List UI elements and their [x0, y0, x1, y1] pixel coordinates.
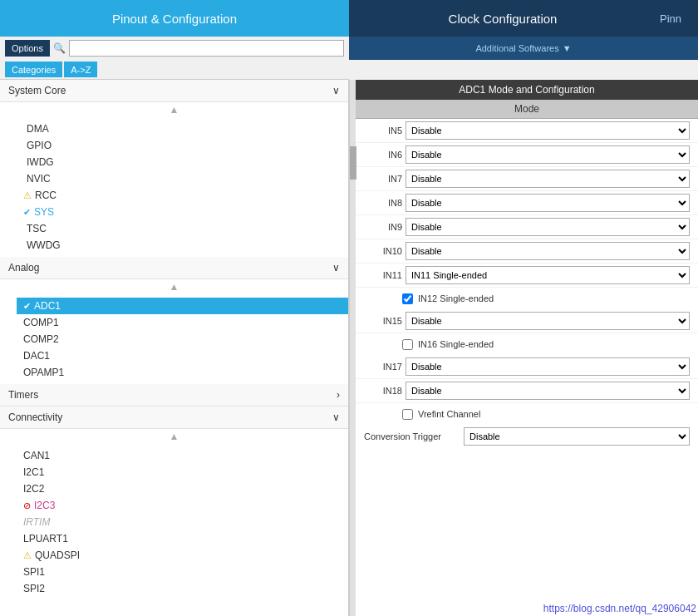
in17-select[interactable]: Disable [406, 357, 690, 376]
list-item[interactable]: ✔SYS [17, 204, 348, 220]
in16-row: IN16 Single-ended [356, 333, 698, 355]
conversion-trigger-select[interactable]: Disable [464, 427, 690, 446]
spi1-label: SPI1 [23, 566, 45, 578]
scrollbar[interactable] [349, 80, 356, 616]
in10-row: IN10 Disable [356, 239, 698, 264]
list-item[interactable]: I2C2 [17, 480, 348, 497]
system-core-section-header[interactable]: System Core ∨ [0, 80, 348, 102]
i2c2-label: I2C2 [23, 483, 44, 495]
lpuart1-label: LPUART1 [23, 533, 68, 545]
list-item[interactable]: TSC [17, 220, 348, 237]
categories-button[interactable]: Categories [5, 62, 62, 77]
spi2-label: SPI2 [23, 583, 45, 594]
list-item[interactable]: IRTIM [17, 514, 348, 530]
in11-select[interactable]: IN11 Single-ended Disable [406, 266, 690, 284]
right-panel: ADC1 Mode and Configuration Mode IN5 Dis… [356, 80, 698, 616]
watermark: https://blog.csdn.net/qq_42906042 [543, 603, 696, 614]
adc1-check-icon: ✔ [23, 301, 31, 312]
additional-softwares-label: Additional Softwares [475, 43, 558, 53]
comp1-label: COMP1 [23, 317, 59, 328]
in10-select[interactable]: Disable [406, 242, 690, 260]
quadspi-warning-icon: ⚠ [23, 550, 32, 561]
search-input[interactable] [69, 40, 344, 57]
in15-select[interactable]: Disable [406, 312, 690, 330]
list-item[interactable]: COMP2 [17, 331, 348, 347]
connectivity-section-header[interactable]: Connectivity ∨ [0, 407, 348, 429]
vrefint-row: Vrefint Channel [356, 403, 698, 425]
chevron-down-icon: ∨ [332, 262, 340, 274]
options-button[interactable]: Options [5, 40, 50, 57]
scroll-up-arrow2[interactable]: ▲ [0, 279, 348, 294]
scroll-up-arrow[interactable]: ▲ [0, 102, 348, 117]
conversion-trigger-label: Conversion Trigger [364, 431, 464, 441]
in7-row: IN7 Disable [356, 167, 698, 191]
clock-config-header[interactable]: Clock Configuration [349, 0, 656, 37]
analog-section-header[interactable]: Analog ∨ [0, 257, 348, 279]
adc1-label: ADC1 [34, 300, 61, 312]
in7-select[interactable]: Disable [406, 170, 690, 188]
in9-row: IN9 Disable [356, 215, 698, 239]
list-item[interactable]: GPIO [17, 137, 348, 154]
list-item[interactable]: ✔ ADC1 [17, 298, 348, 314]
pinout-config-header: Pinout & Configuration [0, 0, 349, 37]
list-item[interactable]: CAN1 [17, 447, 348, 464]
gpio-label: GPIO [27, 140, 52, 151]
chevron-right-icon: › [337, 389, 340, 401]
in15-label: IN15 [364, 316, 406, 326]
sys-label: SYS [34, 206, 54, 218]
i2c3-blocked-icon: ⊘ [23, 500, 31, 511]
list-item[interactable]: SPI2 [17, 580, 348, 597]
clock-config-title: Clock Configuration [449, 12, 558, 26]
list-item[interactable]: DAC1 [17, 347, 348, 364]
list-item[interactable]: DMA [17, 121, 348, 137]
chevron-down-icon: ∨ [332, 85, 340, 96]
system-core-items: DMA GPIO IWDG NVIC ⚠RCC ✔SYS TSC WWDG [0, 117, 348, 257]
list-item[interactable]: LPUART1 [17, 530, 348, 547]
list-item[interactable]: OPAMP1 [17, 364, 348, 381]
analog-items: ✔ ADC1 COMP1 COMP2 DAC1 OPAMP1 [0, 294, 348, 384]
list-item[interactable]: ⚠ QUADSPI [17, 547, 348, 564]
list-item[interactable]: IWDG [17, 154, 348, 170]
list-item[interactable]: ⊘ I2C3 [17, 497, 348, 514]
list-item[interactable]: NVIC [17, 170, 348, 187]
in18-label: IN18 [364, 386, 406, 396]
rcc-label: RCC [35, 190, 57, 201]
in18-row: IN18 Disable [356, 379, 698, 403]
pinn-tab[interactable]: Pinn [656, 0, 698, 37]
list-item[interactable]: COMP1 [17, 314, 348, 331]
in12-checkbox[interactable] [402, 293, 413, 304]
scroll-up-arrow3[interactable]: ▲ [0, 429, 348, 444]
in12-label: IN12 Single-ended [418, 293, 494, 303]
list-item[interactable]: I2C1 [17, 464, 348, 480]
list-item[interactable]: ⚠RCC [17, 187, 348, 204]
in6-select[interactable]: Disable [406, 145, 690, 164]
in10-label: IN10 [364, 246, 406, 256]
in5-select[interactable]: Disable [406, 121, 690, 140]
additional-softwares-bar[interactable]: Additional Softwares ▼ [349, 37, 698, 60]
system-core-label: System Core [8, 85, 66, 96]
in17-row: IN17 Disable [356, 355, 698, 379]
in15-row: IN15 Disable [356, 309, 698, 333]
pinout-config-title: Pinout & Configuration [112, 12, 237, 26]
dma-label: DMA [27, 123, 49, 135]
az-button[interactable]: A->Z [64, 62, 97, 77]
vrefint-label: Vrefint Channel [418, 409, 480, 419]
in16-checkbox[interactable] [402, 339, 413, 350]
in12-row: IN12 Single-ended [356, 288, 698, 309]
in8-select[interactable]: Disable [406, 194, 690, 212]
list-item[interactable]: SPI1 [17, 564, 348, 580]
list-item[interactable]: WWDG [17, 237, 348, 254]
search-icon: 🔍 [53, 42, 66, 54]
in9-select[interactable]: Disable [406, 218, 690, 236]
in11-row: IN11 IN11 Single-ended Disable [356, 264, 698, 288]
timers-section-header[interactable]: Timers › [0, 384, 348, 407]
can1-label: CAN1 [23, 450, 50, 461]
scrollbar-thumb[interactable] [350, 146, 356, 180]
in18-select[interactable]: Disable [406, 382, 690, 400]
in8-row: IN8 Disable [356, 191, 698, 215]
vrefint-checkbox[interactable] [402, 409, 413, 420]
comp2-label: COMP2 [23, 333, 59, 345]
in16-label: IN16 Single-ended [418, 339, 494, 349]
opamp1-label: OPAMP1 [23, 367, 64, 378]
in6-label: IN6 [364, 150, 406, 160]
